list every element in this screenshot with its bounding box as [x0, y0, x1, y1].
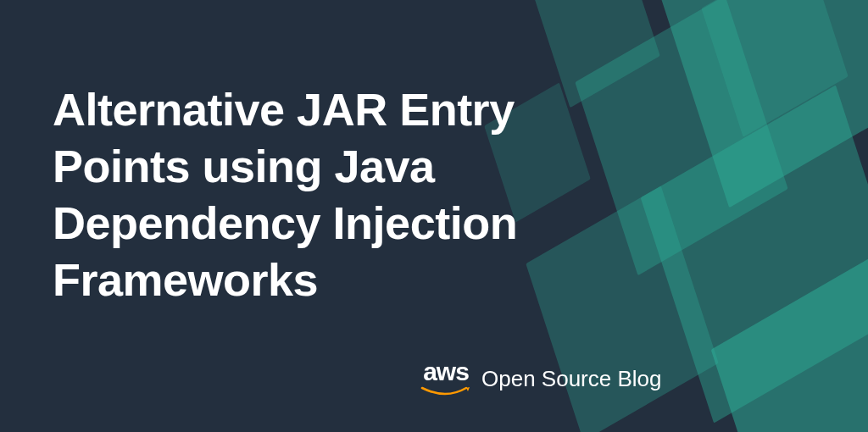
cube-shape: [711, 237, 868, 432]
aws-smile-icon: [420, 386, 471, 398]
cube-shape: [641, 85, 868, 423]
brand-row: aws Open Source Blog: [420, 359, 661, 398]
cube-shape: [661, 0, 868, 208]
blog-banner: Alternative JAR Entry Points using Java …: [0, 0, 868, 432]
blog-label: Open Source Blog: [481, 368, 661, 390]
banner-title: Alternative JAR Entry Points using Java …: [53, 81, 663, 308]
aws-logo-text: aws: [423, 359, 469, 385]
cube-shape: [701, 0, 848, 137]
aws-logo: aws: [420, 359, 471, 398]
